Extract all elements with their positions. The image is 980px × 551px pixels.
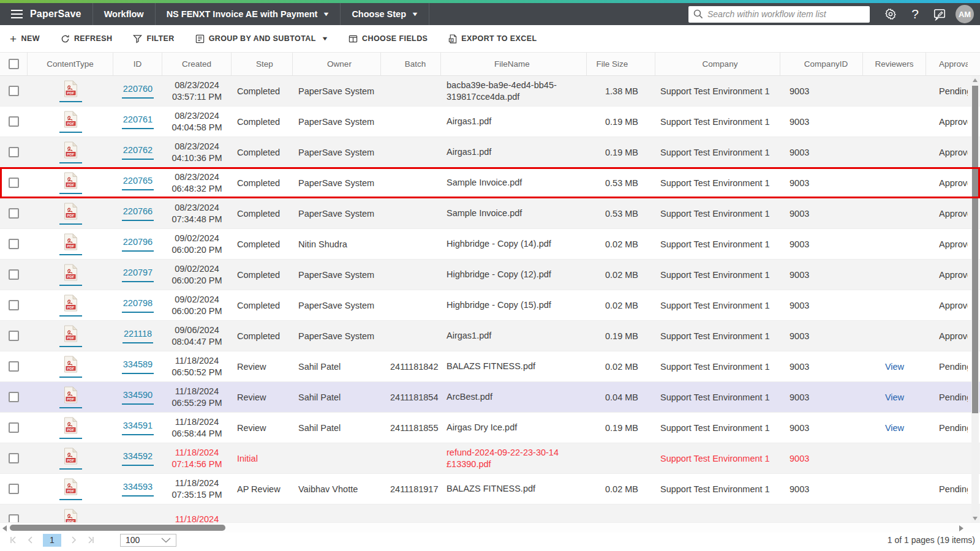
page-size-select[interactable]: 100 bbox=[120, 534, 176, 547]
column-header-batch[interactable]: Batch bbox=[381, 53, 441, 75]
table-row[interactable]: PDF22076208/23/202404:10:36 PMCompletedP… bbox=[0, 137, 980, 168]
row-checkbox[interactable] bbox=[9, 269, 19, 280]
prev-page-button[interactable] bbox=[22, 533, 39, 547]
column-header-approvalstatus[interactable]: ApprovalStatus bbox=[926, 53, 980, 75]
last-page-button[interactable] bbox=[82, 533, 99, 547]
workflow-selector[interactable]: NS FENXT Invoice AE with Payment ▼ bbox=[156, 3, 341, 25]
nav-workflow[interactable]: Workflow bbox=[93, 3, 156, 25]
column-header-companyid[interactable]: CompanyID bbox=[780, 53, 863, 75]
row-checkbox[interactable] bbox=[9, 178, 19, 188]
item-id-link[interactable]: 220798 bbox=[122, 298, 154, 313]
refresh-button[interactable]: REFRESH bbox=[61, 34, 113, 43]
table-row[interactable]: PDF33459211/18/202407:14:56 PMInitialref… bbox=[0, 443, 980, 474]
column-header-created[interactable]: Created bbox=[162, 53, 232, 75]
pdf-document-link[interactable]: PDF bbox=[59, 80, 82, 102]
column-header-company[interactable]: Company bbox=[655, 53, 780, 75]
select-all-checkbox[interactable] bbox=[9, 59, 19, 69]
column-header-id[interactable]: ID bbox=[113, 53, 162, 75]
settings-gear-icon[interactable] bbox=[878, 8, 903, 20]
column-header-filename[interactable]: FileName bbox=[441, 53, 587, 75]
column-header-owner[interactable]: Owner bbox=[293, 53, 381, 75]
item-id-link[interactable]: 220796 bbox=[122, 237, 154, 252]
scroll-up-arrow-icon[interactable] bbox=[973, 78, 978, 82]
table-row[interactable]: PDF33459311/18/202407:35:15 PMAP ReviewV… bbox=[0, 474, 980, 504]
reviewers-view-link[interactable]: View bbox=[885, 362, 904, 372]
table-row[interactable]: PDF22079709/02/202406:00:20 PMCompletedP… bbox=[0, 260, 980, 290]
row-checkbox[interactable] bbox=[9, 422, 19, 433]
pdf-document-link[interactable]: PDF bbox=[59, 141, 82, 163]
pdf-document-link[interactable]: PDF bbox=[59, 203, 82, 225]
item-id-link[interactable]: 334589 bbox=[122, 359, 154, 374]
row-checkbox[interactable] bbox=[9, 208, 19, 219]
item-id-link[interactable]: 220761 bbox=[122, 114, 154, 129]
vertical-scrollbar[interactable] bbox=[971, 76, 979, 522]
column-header-file-size[interactable]: File Size bbox=[587, 53, 655, 75]
item-id-link[interactable]: 220762 bbox=[122, 145, 154, 160]
column-header-contenttype[interactable]: ContentType bbox=[28, 53, 113, 75]
table-row[interactable]: PDF33459111/18/202406:58:44 PMReviewSahi… bbox=[0, 413, 980, 443]
choose-fields-button[interactable]: CHOOSE FIELDS bbox=[349, 34, 428, 43]
row-checkbox[interactable] bbox=[9, 331, 19, 341]
scroll-right-arrow-icon[interactable] bbox=[959, 525, 963, 531]
search-input[interactable] bbox=[703, 9, 865, 19]
item-id-link[interactable]: 220766 bbox=[122, 206, 154, 221]
row-checkbox[interactable] bbox=[9, 239, 19, 249]
item-id-link[interactable]: 220765 bbox=[122, 176, 154, 190]
item-id-link[interactable]: 220797 bbox=[122, 268, 154, 282]
scroll-down-arrow-icon[interactable] bbox=[973, 517, 978, 520]
export-to-excel-button[interactable]: x EXPORT TO EXCEL bbox=[448, 34, 537, 43]
table-row[interactable]: PDF33458911/18/202406:50:52 PMReviewSahi… bbox=[0, 351, 980, 382]
item-id-link[interactable]: 334590 bbox=[122, 390, 154, 405]
new-button[interactable]: + NEW bbox=[10, 33, 40, 45]
column-header-reviewers[interactable]: Reviewers bbox=[863, 53, 926, 75]
pdf-document-link[interactable]: PDF bbox=[59, 509, 82, 523]
help-icon[interactable]: ? bbox=[903, 7, 927, 21]
pdf-document-link[interactable]: PDF bbox=[59, 417, 82, 439]
row-checkbox[interactable] bbox=[9, 86, 19, 96]
table-row[interactable]: PDF33459011/18/202406:55:29 PMReviewSahi… bbox=[0, 382, 980, 413]
choose-step-selector[interactable]: Choose Step ▼ bbox=[341, 3, 429, 25]
pdf-document-link[interactable]: PDF bbox=[59, 448, 82, 470]
pdf-document-link[interactable]: PDF bbox=[59, 111, 82, 133]
filter-button[interactable]: FILTER bbox=[133, 34, 174, 43]
row-checkbox[interactable] bbox=[9, 300, 19, 310]
next-page-button[interactable] bbox=[65, 533, 82, 547]
current-page-button[interactable]: 1 bbox=[43, 534, 61, 547]
row-checkbox[interactable] bbox=[9, 392, 19, 402]
item-id-link[interactable]: 334593 bbox=[122, 482, 154, 497]
pdf-document-link[interactable]: PDF bbox=[59, 325, 82, 347]
horizontal-scrollbar-thumb[interactable] bbox=[10, 525, 225, 531]
feedback-icon[interactable] bbox=[927, 7, 952, 21]
pdf-document-link[interactable]: PDF bbox=[59, 233, 82, 255]
row-checkbox[interactable] bbox=[9, 484, 19, 494]
table-row[interactable]: PDF11/18/2024 bbox=[0, 504, 980, 522]
first-page-button[interactable] bbox=[5, 533, 22, 547]
table-row[interactable]: PDF22076008/23/202403:57:11 PMCompletedP… bbox=[0, 76, 980, 107]
item-id-link[interactable]: 220760 bbox=[122, 84, 154, 99]
pdf-document-link[interactable]: PDF bbox=[59, 172, 82, 194]
reviewers-view-link[interactable]: View bbox=[885, 392, 904, 402]
menu-icon[interactable] bbox=[11, 7, 23, 21]
column-header-step[interactable]: Step bbox=[232, 53, 293, 75]
row-checkbox[interactable] bbox=[9, 361, 19, 372]
horizontal-scrollbar[interactable] bbox=[0, 522, 980, 533]
pdf-document-link[interactable]: PDF bbox=[59, 356, 82, 378]
item-id-link[interactable]: 221118 bbox=[123, 329, 153, 343]
table-row[interactable]: PDF22076508/23/202406:48:32 PMCompletedP… bbox=[0, 168, 980, 198]
vertical-scrollbar-thumb[interactable] bbox=[972, 86, 978, 413]
row-checkbox[interactable] bbox=[9, 147, 19, 157]
row-checkbox[interactable] bbox=[9, 453, 19, 463]
pdf-document-link[interactable]: PDF bbox=[59, 264, 82, 286]
reviewers-view-link[interactable]: View bbox=[885, 423, 904, 433]
item-id-link[interactable]: 334591 bbox=[122, 421, 154, 435]
item-id-link[interactable]: 334592 bbox=[122, 451, 154, 466]
table-row[interactable]: PDF22079809/02/202406:00:20 PMCompletedP… bbox=[0, 290, 980, 321]
table-row[interactable]: PDF22076108/23/202404:04:58 PMCompletedP… bbox=[0, 107, 980, 137]
row-checkbox[interactable] bbox=[9, 514, 19, 522]
pdf-document-link[interactable]: PDF bbox=[59, 294, 82, 317]
table-row[interactable]: PDF22079609/02/202406:00:20 PMCompletedN… bbox=[0, 229, 980, 260]
user-avatar[interactable]: AM bbox=[956, 5, 974, 23]
table-row[interactable]: PDF22111809/06/202408:04:47 PMCompletedP… bbox=[0, 321, 980, 351]
scroll-left-arrow-icon[interactable] bbox=[2, 525, 7, 531]
pdf-document-link[interactable]: PDF bbox=[59, 386, 82, 408]
